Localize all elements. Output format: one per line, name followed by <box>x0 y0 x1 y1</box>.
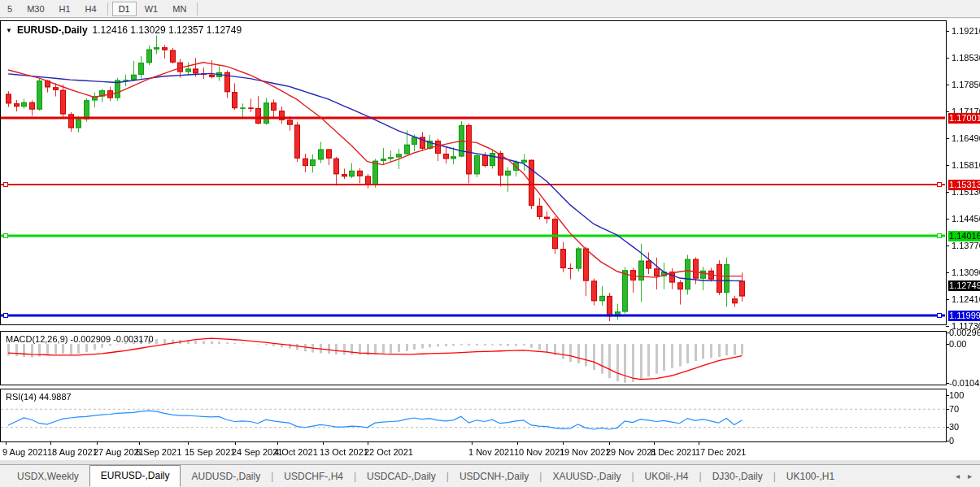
chart-ohlc-values: 1.12416 1.13029 1.12357 1.12749 <box>93 24 242 36</box>
chart-tab-uk100-h1[interactable]: UK100-,H1 <box>776 467 845 485</box>
timeframe-button-5[interactable]: 5 <box>1 2 19 16</box>
date-axis-label: 15 Sep 2021 <box>185 447 235 457</box>
tab-scroll-left-icon[interactable]: ◂ <box>956 472 960 480</box>
timeframe-toolbar: 5M30H1H4D1W1MN <box>0 0 980 18</box>
tab-scroll-right-icon[interactable]: ▸ <box>968 472 972 480</box>
macd-axis-tick: -0.01042 <box>949 378 980 388</box>
price-axis-tick: 1.14450 <box>952 214 980 224</box>
price-axis-tick: 1.15810 <box>952 160 980 170</box>
date-axis-label: 18 Aug 2021 <box>47 447 98 457</box>
price-badge: 1.12749 <box>948 280 980 291</box>
chart-tab-bar: USDX,WeeklyEURUSD-,DailyAUDUSD-,Daily|US… <box>0 464 980 487</box>
chart-tab-eurusd-daily[interactable]: EURUSD-,Daily <box>89 465 181 487</box>
price-axis-tick: 1.13770 <box>952 241 980 250</box>
rsi-axis-tick: 70 <box>949 404 959 414</box>
date-axis-label: 1 Nov 2021 <box>468 447 514 457</box>
chart-tab-xauusd-daily[interactable]: XAUUSD-,Daily <box>542 467 631 485</box>
chart-title: ▼ EURUSD-,Daily 1.12416 1.13029 1.12357 … <box>6 24 242 36</box>
price-chart-canvas[interactable] <box>0 19 980 462</box>
timeframe-button-h4[interactable]: H4 <box>79 2 103 16</box>
chart-tab-usdx-weekly[interactable]: USDX,Weekly <box>7 467 89 485</box>
chart-symbol-label: EURUSD-,Daily <box>17 24 88 36</box>
mt4-window: 5M30H1H4D1W1MN ▼ EURUSD-,Daily 1.12416 1… <box>0 0 980 487</box>
toolbar-separator <box>197 2 198 15</box>
price-badge: 1.15313 <box>948 180 980 190</box>
collapse-arrow-icon[interactable]: ▼ <box>6 27 12 34</box>
price-axis-tick: 1.13090 <box>952 267 980 277</box>
rsi-axis-tick: 30 <box>949 422 959 432</box>
chart-tab-usdchf-h4[interactable]: USDCHF-,H4 <box>273 467 354 485</box>
date-axis-label: 9 Aug 2021 <box>2 447 48 457</box>
price-axis-tick: 1.12410 <box>952 294 980 304</box>
date-axis-label: 22 Oct 2021 <box>364 447 413 457</box>
toolbar-separator <box>107 2 108 15</box>
chart-workspace: ▼ EURUSD-,Daily 1.12416 1.13029 1.12357 … <box>0 19 980 462</box>
chart-tab-dj30-daily[interactable]: DJ30-,Daily <box>702 467 773 485</box>
timeframe-button-h1[interactable]: H1 <box>53 2 77 16</box>
price-axis-tick: 1.18530 <box>952 53 980 63</box>
chart-tab-ukoil-h4[interactable]: UKOil-,H4 <box>634 467 699 485</box>
date-axis-label: 13 Oct 2021 <box>320 447 368 457</box>
date-axis-label: 8 Dec 2021 <box>651 447 696 457</box>
macd-axis-tick: 0.00 <box>949 339 966 349</box>
chart-tab-usdcad-daily[interactable]: USDCAD-,Daily <box>356 467 446 485</box>
date-axis-label: 29 Nov 2021 <box>606 447 656 457</box>
date-axis-label: 4 Oct 2021 <box>274 447 318 457</box>
timeframe-button-w1[interactable]: W1 <box>138 2 165 16</box>
timeframe-button-d1[interactable]: D1 <box>112 2 137 16</box>
rsi-indicator-label: RSI(14) 44.9887 <box>6 392 72 402</box>
rsi-axis-tick: 100 <box>949 390 964 400</box>
date-axis-label: 10 Nov 2021 <box>514 447 564 457</box>
chart-tab-usdcnh-daily[interactable]: USDCNH-,Daily <box>449 467 539 485</box>
date-axis-label: 19 Nov 2021 <box>560 447 610 457</box>
date-axis-label: 17 Dec 2021 <box>695 447 746 457</box>
tab-scroll-arrows: ◂ ▸ <box>956 472 972 480</box>
date-axis-label: 6 Sep 2021 <box>136 447 181 457</box>
macd-axis-tick: 0.002966 <box>949 328 980 337</box>
timeframe-button-mn[interactable]: MN <box>166 2 193 16</box>
rsi-axis-tick: 0 <box>949 436 954 446</box>
timeframe-button-m30[interactable]: M30 <box>20 2 50 16</box>
price-axis-tick: 1.19210 <box>952 26 980 36</box>
chart-tab-audusd-daily[interactable]: AUDUSD-,Daily <box>181 467 271 485</box>
price-badge: 1.17001 <box>948 113 980 124</box>
tabs-holder: USDX,WeeklyEURUSD-,DailyAUDUSD-,Daily|US… <box>7 466 845 487</box>
price-axis-tick: 1.16490 <box>952 133 980 143</box>
price-badge: 1.11999 <box>948 311 980 321</box>
macd-indicator-label: MACD(12,26,9) -0.002909 -0.003170 <box>6 334 154 344</box>
price-axis-tick: 1.17850 <box>952 80 980 89</box>
price-badge: 1.14016 <box>948 231 980 241</box>
